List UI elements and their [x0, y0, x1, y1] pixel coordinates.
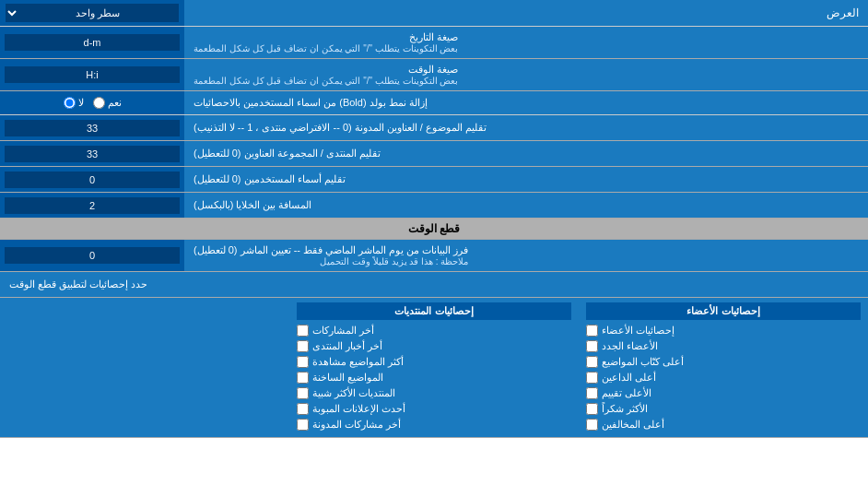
forum-group-trim-input-area — [0, 141, 184, 166]
topic-title-trim-input-area — [0, 115, 184, 140]
cut-time-stats-row: حدد إحصائيات لتطبيق قطع الوقت — [0, 272, 868, 298]
checkbox-forum-news[interactable] — [297, 340, 309, 352]
topic-title-trim-label: تقليم الموضوع / العناوين المدونة (0 -- ا… — [184, 115, 868, 140]
checkbox-top-inviters[interactable] — [586, 372, 598, 384]
display-select[interactable]: سطر واحد — [6, 4, 179, 22]
checkbox-item-top-violators: أعلى المخالفين — [586, 417, 861, 432]
bold-remove-no: لا — [64, 97, 84, 109]
checkbox-item-last-posts: أخر المشاركات — [297, 323, 571, 338]
cell-spacing-input-area — [0, 193, 184, 218]
checkbox-item-blog-posts: أخر مشاركات المدونة — [297, 417, 571, 432]
checkbox-blog-posts[interactable] — [297, 419, 309, 431]
bold-remove-yes-radio[interactable] — [93, 97, 105, 109]
time-format-input[interactable] — [5, 66, 180, 83]
username-trim-input[interactable] — [5, 172, 180, 188]
checkbox-most-thanks[interactable] — [586, 403, 598, 415]
bold-remove-yes: نعم — [93, 97, 122, 109]
checkbox-highest-rated[interactable] — [586, 387, 598, 399]
forum-group-trim-label: تقليم المنتدى / المجموعة العناوين (0 للت… — [184, 141, 868, 166]
cell-spacing-input[interactable] — [5, 197, 180, 214]
cut-time-stats-label: حدد إحصائيات لتطبيق قطع الوقت — [0, 272, 868, 297]
checkbox-item-most-viewed: أكثر المواضيع مشاهدة — [297, 354, 571, 370]
checkbox-col-1 — [0, 298, 289, 437]
col2-header: إحصائيات المنتديات — [297, 302, 571, 320]
top-label: العرض — [184, 2, 868, 24]
checkbox-item-most-similar: المنتديات الأكثر شبية — [297, 385, 571, 401]
forum-group-trim-input[interactable] — [5, 146, 180, 162]
checkbox-item-hot-topics: المواضيع الساخنة — [297, 370, 571, 385]
bold-remove-label: إزالة نمط بولد (Bold) من اسماء المستخدمي… — [184, 91, 868, 114]
checkbox-last-posts[interactable] — [297, 325, 309, 337]
cut-time-filter-input[interactable] — [5, 247, 180, 264]
checkbox-item-top-topic-writers: أعلى كتّاب المواضيع — [586, 354, 861, 370]
checkbox-item-classified-ads: أحدث الإعلانات المبوبة — [297, 401, 571, 417]
forum-group-trim-row: تقليم المنتدى / المجموعة العناوين (0 للت… — [0, 141, 868, 167]
checkbox-item-highest-rated: الأعلى تقييم — [586, 385, 861, 401]
cut-time-filter-input-area — [0, 240, 184, 271]
checkbox-item-members: إحصائيات الأعضاء — [586, 323, 861, 338]
bold-remove-options: نعم لا — [0, 91, 184, 114]
checkbox-col-2: إحصائيات المنتديات أخر المشاركات أخر أخب… — [289, 298, 579, 437]
top-select-area: سطر واحد — [0, 0, 184, 26]
date-format-row: صيغة التاريخ بعض التكوينات يتطلب "/" الت… — [0, 27, 868, 59]
username-trim-label: تقليم أسماء المستخدمين (0 للتعطيل) — [184, 167, 868, 192]
cut-time-filter-row: فرز البيانات من يوم الماشر الماضي فقط --… — [0, 240, 868, 272]
checkbox-classified-ads[interactable] — [297, 403, 309, 415]
checkbox-col-3: إحصائيات الأعضاء إحصائيات الأعضاء الأعضا… — [579, 298, 868, 437]
checkbox-new-members[interactable] — [586, 340, 598, 352]
date-format-input-area — [0, 27, 184, 58]
col3-header: إحصائيات الأعضاء — [586, 302, 861, 320]
checkbox-item-new-members: الأعضاء الجدد — [586, 338, 861, 354]
main-container: العرض سطر واحد صيغة التاريخ بعض التكوينا… — [0, 0, 868, 438]
checkbox-most-viewed[interactable] — [297, 356, 309, 368]
checkbox-top-violators[interactable] — [586, 419, 598, 431]
checkbox-most-similar[interactable] — [297, 387, 309, 399]
time-format-label: صيغة الوقت بعض التكوينات يتطلب "/" التي … — [184, 59, 868, 90]
checkbox-top-topic-writers[interactable] — [586, 356, 598, 368]
date-format-label: صيغة التاريخ بعض التكوينات يتطلب "/" الت… — [184, 27, 868, 58]
cell-spacing-row: المسافة بين الخلايا (بالبكسل) — [0, 193, 868, 219]
top-row: العرض سطر واحد — [0, 0, 868, 27]
cut-time-section-header: قطع الوقت — [0, 219, 868, 240]
cell-spacing-label: المسافة بين الخلايا (بالبكسل) — [184, 193, 868, 218]
time-format-row: صيغة الوقت بعض التكوينات يتطلب "/" التي … — [0, 59, 868, 91]
checkbox-hot-topics[interactable] — [297, 372, 309, 384]
checkbox-item-top-inviters: أعلى الداعين — [586, 370, 861, 385]
bold-remove-no-radio[interactable] — [64, 97, 76, 109]
username-trim-row: تقليم أسماء المستخدمين (0 للتعطيل) — [0, 167, 868, 193]
checkbox-item-most-thanks: الأكثر شكراً — [586, 401, 861, 417]
time-format-input-area — [0, 59, 184, 90]
bold-remove-row: إزالة نمط بولد (Bold) من اسماء المستخدمي… — [0, 91, 868, 115]
cut-time-filter-label: فرز البيانات من يوم الماشر الماضي فقط --… — [184, 240, 868, 271]
topic-title-trim-input[interactable] — [5, 120, 180, 136]
date-format-input[interactable] — [5, 34, 180, 51]
checkbox-members-stats[interactable] — [586, 325, 598, 337]
checkbox-item-forum-news: أخر أخبار المنتدى — [297, 338, 571, 354]
username-trim-input-area — [0, 167, 184, 192]
topic-title-trim-row: تقليم الموضوع / العناوين المدونة (0 -- ا… — [0, 115, 868, 141]
checkboxes-area: إحصائيات الأعضاء إحصائيات الأعضاء الأعضا… — [0, 298, 868, 438]
